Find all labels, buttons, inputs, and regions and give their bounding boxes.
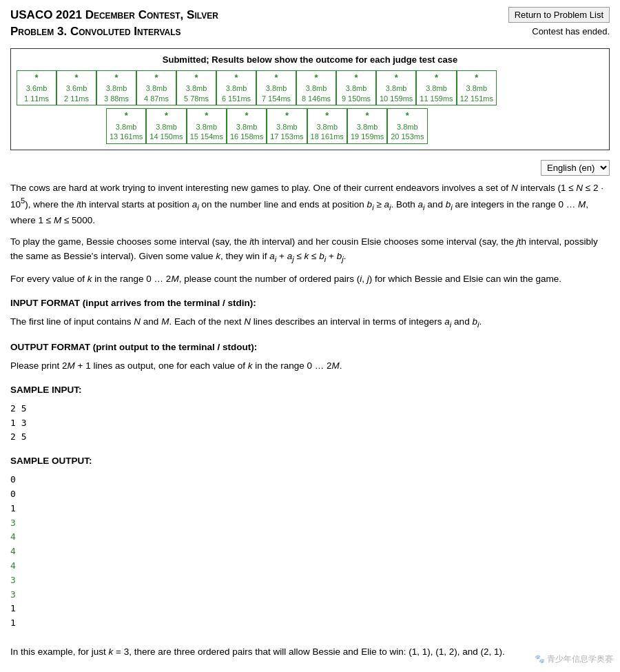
language-row: English (en): [10, 160, 610, 176]
test-star: *: [100, 72, 133, 84]
test-size: 3.8mb: [460, 83, 493, 93]
language-select[interactable]: English (en): [541, 160, 610, 176]
test-cell-2: *3.6mb2 11ms: [56, 70, 96, 105]
test-star: *: [311, 110, 344, 122]
output-line-10: 1: [10, 616, 610, 631]
output-line-4: 4: [10, 530, 610, 544]
test-star: *: [460, 72, 493, 84]
test-cell-18: *3.8mb18 161ms: [307, 108, 347, 143]
output-line-2: 1: [10, 502, 610, 516]
header-right: Return to Problem List Contest has ended…: [508, 7, 610, 37]
output-desc: Please print 2M + 1 lines as output, one…: [10, 359, 610, 374]
para2: To play the game, Bessie chooses some in…: [10, 235, 610, 265]
para1: The cows are hard at work trying to inve…: [10, 181, 610, 228]
test-num-time: 14 150ms: [149, 132, 183, 141]
output-format-title: OUTPUT FORMAT (print output to the termi…: [10, 340, 610, 355]
test-num-time: 4 87ms: [140, 94, 173, 103]
test-size: 3.8mb: [270, 122, 303, 132]
test-cases-row2: *3.8mb13 161ms*3.8mb14 150ms*3.8mb15 154…: [106, 108, 603, 143]
test-size: 3.8mb: [340, 83, 373, 93]
test-star: *: [300, 72, 333, 84]
sample-input: 2 51 32 5: [10, 402, 610, 445]
test-cell-20: *3.8mb20 153ms: [387, 108, 427, 143]
test-cell-8: *3.8mb8 146ms: [296, 70, 336, 105]
input-format-title: INPUT FORMAT (input arrives from the ter…: [10, 296, 610, 311]
test-num-time: 20 153ms: [391, 132, 424, 141]
test-cell-10: *3.8mb10 159ms: [376, 70, 416, 105]
test-size: 3.8mb: [220, 83, 253, 93]
test-num-time: 12 151ms: [460, 94, 493, 103]
test-cell-12: *3.8mb12 151ms: [457, 70, 497, 105]
test-star: *: [220, 72, 253, 84]
test-num-time: 10 159ms: [380, 94, 413, 103]
test-star: *: [391, 110, 424, 122]
sample-output: 00134443311: [10, 473, 610, 631]
closing-para: In this example, for just k = 3, there a…: [10, 645, 610, 660]
test-num-time: 1 11ms: [20, 94, 53, 103]
test-num-time: 16 158ms: [230, 132, 263, 141]
test-size: 3.8mb: [180, 83, 213, 93]
test-star: *: [190, 110, 223, 122]
results-box: Submitted; Results below show the outcom…: [10, 48, 610, 150]
test-cell-17: *3.8mb17 153ms: [267, 108, 307, 143]
test-size: 3.8mb: [420, 83, 453, 93]
test-star: *: [260, 72, 293, 84]
sample-output-title: SAMPLE OUTPUT:: [10, 454, 610, 469]
test-num-time: 3 88ms: [100, 94, 133, 103]
test-size: 3.8mb: [380, 83, 413, 93]
output-line-8: 3: [10, 588, 610, 602]
output-line-6: 4: [10, 559, 610, 573]
output-line-7: 3: [10, 573, 610, 588]
test-star: *: [180, 72, 213, 84]
test-cell-9: *3.8mb9 150ms: [336, 70, 376, 105]
test-star: *: [149, 110, 183, 122]
test-num-time: 19 159ms: [351, 132, 384, 141]
watermark-icon: 🐾: [535, 654, 545, 664]
title-line1: USACO 2021 December Contest, Silver: [10, 7, 218, 23]
return-button[interactable]: Return to Problem List: [508, 7, 610, 23]
test-cell-11: *3.8mb11 159ms: [416, 70, 456, 105]
test-cell-7: *3.8mb7 154ms: [256, 70, 296, 105]
test-size: 3.8mb: [110, 122, 143, 132]
test-cell-5: *3.8mb5 78ms: [176, 70, 216, 105]
test-size: 3.6mb: [60, 83, 93, 93]
page-header: USACO 2021 December Contest, Silver Prob…: [10, 7, 610, 40]
input-desc: The first line of input contains N and M…: [10, 315, 610, 331]
title-line2: Problem 3. Convoluted Intervals: [10, 23, 218, 40]
output-line-3: 3: [10, 516, 610, 531]
test-num-time: 5 78ms: [180, 94, 213, 103]
test-size: 3.8mb: [149, 122, 183, 132]
test-cell-15: *3.8mb15 154ms: [187, 108, 227, 143]
test-cell-6: *3.8mb6 151ms: [216, 70, 256, 105]
problem-content: The cows are hard at work trying to inve…: [10, 181, 610, 660]
contest-title: USACO 2021 December Contest, Silver Prob…: [10, 7, 218, 40]
test-size: 3.8mb: [391, 122, 424, 132]
test-size: 3.8mb: [311, 122, 344, 132]
test-num-time: 2 11ms: [60, 94, 93, 103]
test-star: *: [351, 110, 384, 122]
test-star: *: [270, 110, 303, 122]
results-title: Submitted; Results below show the outcom…: [17, 54, 603, 65]
test-num-time: 8 146ms: [300, 94, 333, 103]
test-cell-1: *3.6mb1 11ms: [17, 70, 56, 105]
test-num-time: 7 154ms: [260, 94, 293, 103]
test-star: *: [60, 72, 93, 84]
output-line-1: 0: [10, 487, 610, 502]
test-size: 3.8mb: [260, 83, 293, 93]
test-cell-13: *3.8mb13 161ms: [106, 108, 146, 143]
test-num-time: 9 150ms: [340, 94, 373, 103]
test-num-time: 6 151ms: [220, 94, 253, 103]
watermark: 🐾 青少年信息学奥赛: [535, 653, 613, 665]
test-star: *: [230, 110, 263, 122]
test-size: 3.8mb: [300, 83, 333, 93]
test-star: *: [110, 110, 143, 122]
test-size: 3.8mb: [190, 122, 223, 132]
test-cases-row1: *3.6mb1 11ms*3.6mb2 11ms*3.8mb3 88ms*3.8…: [17, 70, 603, 105]
output-line-9: 1: [10, 602, 610, 616]
test-num-time: 18 161ms: [311, 132, 344, 141]
test-num-time: 11 159ms: [420, 94, 453, 103]
test-size: 3.8mb: [100, 83, 133, 93]
contest-status: Contest has ended.: [532, 26, 610, 37]
test-num-time: 17 153ms: [270, 132, 303, 141]
output-line-0: 0: [10, 473, 610, 487]
